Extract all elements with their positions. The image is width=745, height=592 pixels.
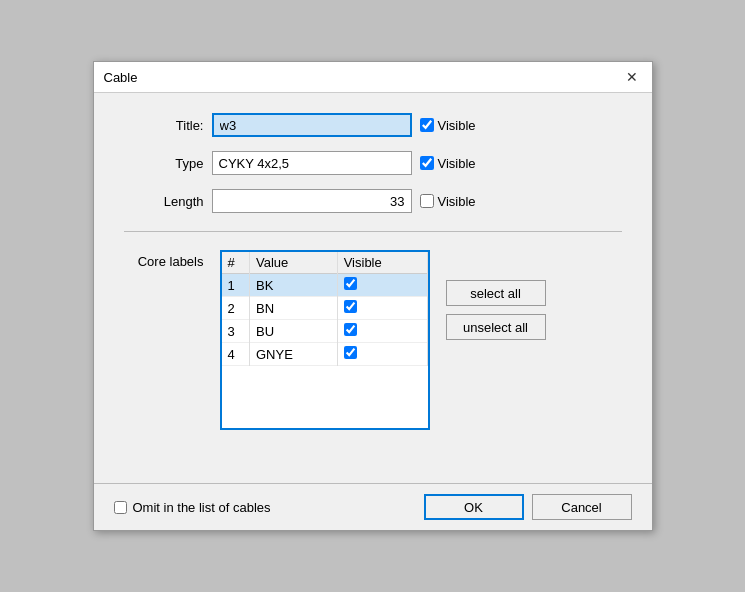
row-visible-checkbox[interactable] [344,300,357,313]
title-label: Title: [124,118,204,133]
ok-button[interactable]: OK [424,494,524,520]
row-visible-checkbox[interactable] [344,323,357,336]
footer-right: OK Cancel [424,494,632,520]
length-input[interactable] [212,189,412,213]
length-visible-checkbox[interactable] [420,194,434,208]
type-visible-check: Visible [420,156,476,171]
core-labels-label: Core labels [124,250,204,269]
select-all-button[interactable]: select all [446,280,546,306]
col-header-visible: Visible [337,252,427,274]
cell-visible[interactable] [337,320,427,343]
cell-visible[interactable] [337,297,427,320]
cell-value: BN [250,297,338,320]
divider [124,231,622,232]
dialog-title: Cable [104,70,138,85]
dialog-footer: Omit in the list of cables OK Cancel [94,483,652,530]
length-visible-label: Visible [438,194,476,209]
unselect-all-button[interactable]: unselect all [446,314,546,340]
col-header-value: Value [250,252,338,274]
title-visible-label: Visible [438,118,476,133]
type-row: Type Visible [124,151,622,175]
core-table-wrapper: # Value Visible 1BK2BN3BU4GNYE [220,250,430,430]
cell-num: 4 [222,343,250,366]
row-visible-checkbox[interactable] [344,346,357,359]
col-header-num: # [222,252,250,274]
cell-value: BK [250,274,338,297]
length-row: Length Visible [124,189,622,213]
cell-num: 1 [222,274,250,297]
core-labels-table: # Value Visible 1BK2BN3BU4GNYE [222,252,428,366]
cell-visible[interactable] [337,343,427,366]
core-buttons: select all unselect all [446,250,546,340]
table-row[interactable]: 2BN [222,297,428,320]
length-label: Length [124,194,204,209]
title-visible-check: Visible [420,118,476,133]
table-row[interactable]: 3BU [222,320,428,343]
omit-label: Omit in the list of cables [133,500,271,515]
row-visible-checkbox[interactable] [344,277,357,290]
title-row: Title: Visible [124,113,622,137]
type-visible-label: Visible [438,156,476,171]
cell-visible[interactable] [337,274,427,297]
title-visible-checkbox[interactable] [420,118,434,132]
cell-value: BU [250,320,338,343]
omit-checkbox[interactable] [114,501,127,514]
length-visible-check: Visible [420,194,476,209]
dialog-body: Title: Visible Type Visible Length Visib… [94,93,652,483]
table-header-row: # Value Visible [222,252,428,274]
cell-num: 3 [222,320,250,343]
title-bar: Cable ✕ [94,62,652,93]
core-section: Core labels # Value Visible 1BK2BN3BU4GN… [124,250,622,430]
close-button[interactable]: ✕ [622,68,642,86]
title-input[interactable] [212,113,412,137]
cancel-button[interactable]: Cancel [532,494,632,520]
table-row[interactable]: 4GNYE [222,343,428,366]
table-row[interactable]: 1BK [222,274,428,297]
type-visible-checkbox[interactable] [420,156,434,170]
cell-value: GNYE [250,343,338,366]
type-input[interactable] [212,151,412,175]
type-label: Type [124,156,204,171]
cable-dialog: Cable ✕ Title: Visible Type Visible Leng… [93,61,653,531]
footer-left: Omit in the list of cables [114,500,271,515]
cell-num: 2 [222,297,250,320]
